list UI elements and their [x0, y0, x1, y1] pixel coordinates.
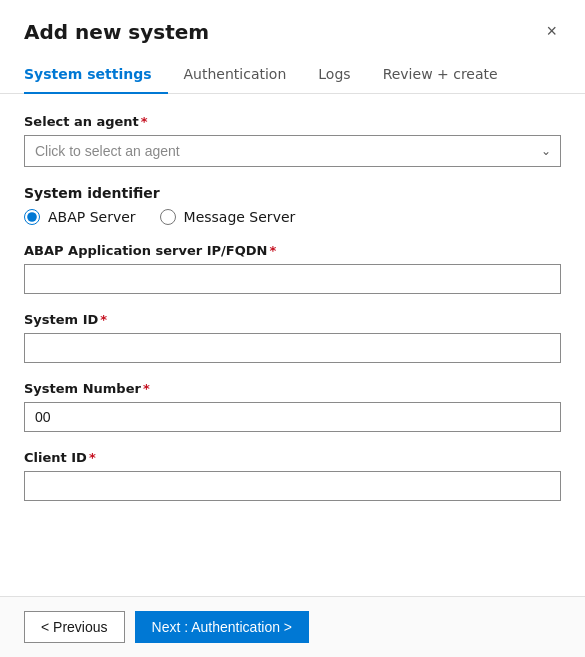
- system-id-group: System ID*: [24, 312, 561, 363]
- tab-system-settings[interactable]: System settings: [24, 56, 168, 94]
- tab-authentication[interactable]: Authentication: [168, 56, 303, 94]
- agent-field-group: Select an agent* Click to select an agen…: [24, 114, 561, 167]
- agent-label: Select an agent*: [24, 114, 561, 129]
- abap-ip-label: ABAP Application server IP/FQDN*: [24, 243, 561, 258]
- system-number-required: *: [143, 381, 150, 396]
- add-new-system-modal: Add new system × System settings Authent…: [0, 0, 585, 657]
- system-number-input[interactable]: [24, 402, 561, 432]
- modal-title: Add new system: [24, 20, 209, 44]
- client-id-required: *: [89, 450, 96, 465]
- radio-message-label[interactable]: Message Server: [160, 209, 296, 225]
- close-button[interactable]: ×: [542, 20, 561, 42]
- agent-required: *: [141, 114, 148, 129]
- system-number-label: System Number*: [24, 381, 561, 396]
- client-id-group: Client ID*: [24, 450, 561, 501]
- system-id-input[interactable]: [24, 333, 561, 363]
- modal-header: Add new system ×: [0, 0, 585, 44]
- abap-ip-required: *: [269, 243, 276, 258]
- system-id-label: System ID*: [24, 312, 561, 327]
- agent-select[interactable]: Click to select an agent: [24, 135, 561, 167]
- radio-group: ABAP Server Message Server: [24, 209, 561, 225]
- radio-message-server[interactable]: [160, 209, 176, 225]
- abap-ip-input[interactable]: [24, 264, 561, 294]
- system-number-group: System Number*: [24, 381, 561, 432]
- tab-logs[interactable]: Logs: [302, 56, 366, 94]
- abap-ip-group: ABAP Application server IP/FQDN*: [24, 243, 561, 294]
- system-id-required: *: [100, 312, 107, 327]
- radio-abap-server[interactable]: [24, 209, 40, 225]
- agent-select-wrapper: Click to select an agent ⌄: [24, 135, 561, 167]
- system-identifier-group: System identifier ABAP Server Message Se…: [24, 185, 561, 225]
- client-id-input[interactable]: [24, 471, 561, 501]
- client-id-label: Client ID*: [24, 450, 561, 465]
- next-button[interactable]: Next : Authentication >: [135, 611, 309, 643]
- system-identifier-label: System identifier: [24, 185, 561, 201]
- radio-abap-label[interactable]: ABAP Server: [24, 209, 136, 225]
- previous-button[interactable]: < Previous: [24, 611, 125, 643]
- tab-review-create[interactable]: Review + create: [367, 56, 514, 94]
- modal-body: Select an agent* Click to select an agen…: [0, 94, 585, 596]
- tabs-bar: System settings Authentication Logs Revi…: [0, 56, 585, 94]
- modal-footer: < Previous Next : Authentication >: [0, 596, 585, 657]
